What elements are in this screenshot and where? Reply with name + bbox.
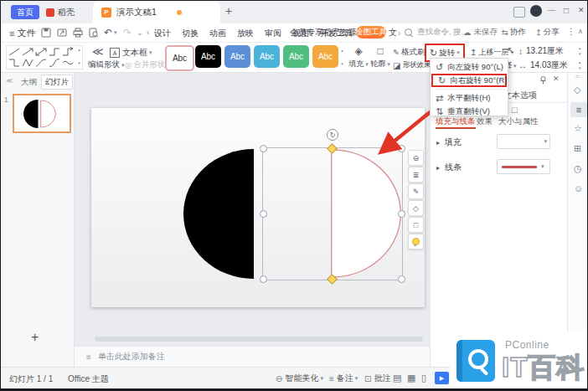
tab-text-options[interactable]: 文本选项 (503, 90, 537, 101)
float-format-button[interactable]: □ (408, 217, 424, 233)
save-icon[interactable] (41, 28, 51, 38)
horizontal-scrollbar[interactable] (95, 337, 423, 342)
s-curve-shape[interactable] (48, 58, 61, 68)
new-tab-button[interactable]: + (225, 4, 232, 18)
wave-shape[interactable] (61, 58, 75, 68)
float-layers-button[interactable]: ≣ (408, 167, 424, 183)
undo-button[interactable]: ↶▾ (104, 27, 117, 39)
save-status[interactable]: ☁未保存 (463, 27, 498, 38)
width-field[interactable]: ↔ 14.03厘米 (518, 59, 568, 71)
resize-handle-w[interactable] (260, 210, 267, 218)
close-panel-button[interactable]: ✕ (553, 75, 560, 83)
menu-item-design[interactable]: 设计 (154, 28, 171, 39)
float-style-button[interactable]: ◇ (408, 200, 424, 216)
menu-item-text-more[interactable]: 文› (389, 27, 400, 39)
resize-handle-se[interactable] (398, 275, 405, 283)
shape-gallery-scroll[interactable]: ▴ ∙ ▾ (76, 46, 82, 66)
docer-tab[interactable]: 稻壳 (46, 5, 75, 19)
format-painter-button[interactable]: ✎ 格式刷 (393, 47, 425, 58)
theme-name[interactable]: Office 主题 (68, 373, 109, 385)
style-swatch-cyan[interactable]: Abc (254, 45, 280, 68)
style-swatch-blue[interactable]: Abc (224, 45, 250, 68)
file-menu[interactable]: ≡ 文件 (9, 27, 35, 39)
menu-item-slideshow[interactable]: 放映 (237, 28, 254, 39)
redo-button[interactable]: ↷ (123, 27, 132, 39)
view-normal-button[interactable]: ▤ (393, 373, 401, 383)
collapse-ribbon-button[interactable]: ∧ (578, 28, 583, 35)
arrow-shape[interactable] (21, 47, 34, 57)
tab-outline[interactable]: 大纲 (21, 77, 37, 88)
tab-slides[interactable]: 幻灯片 (41, 75, 73, 90)
style-swatch-white[interactable]: Abc (165, 45, 194, 71)
collapse-panel-button[interactable]: ≪ (6, 77, 13, 85)
customize-toolbar-button[interactable]: ⌄ (137, 28, 143, 37)
strip-history-icon[interactable]: ◷ (574, 163, 582, 174)
black-semicircle-shape[interactable] (183, 149, 255, 279)
slide-thumbnail[interactable] (13, 94, 71, 133)
menu-item-animation[interactable]: 动画 (209, 28, 226, 39)
style-swatch-orange[interactable]: Abc (312, 45, 338, 68)
double-arrow-shape[interactable] (34, 47, 48, 57)
menu-item-transition[interactable]: 切换 (182, 28, 199, 39)
comments-button[interactable]: ⊡ 批注 (364, 373, 390, 384)
beautify-button[interactable]: ⊖ 智能美化▾ (276, 373, 323, 384)
home-tab-button[interactable]: 首页 (11, 5, 39, 19)
menu-rotate-left[interactable]: ↺ 向左旋转 90°(L) (431, 60, 508, 74)
view-sorter-button[interactable]: ▦ (407, 373, 415, 383)
line-shape[interactable] (8, 47, 21, 57)
text-box-button[interactable]: A 文本框▾ (110, 47, 152, 59)
line-section-header[interactable]: ▸ 线条 (436, 162, 462, 173)
add-slide-button[interactable]: + (31, 330, 39, 345)
width-stepper[interactable]: ▴▾ (579, 59, 581, 71)
print-icon[interactable] (73, 28, 83, 38)
menu-item-docer-res[interactable]: 稻壳资源 (323, 27, 357, 39)
maximize-button[interactable]: □ (564, 6, 569, 15)
export-icon[interactable] (57, 28, 67, 38)
strip-apps-icon[interactable]: ⊞ (574, 143, 581, 154)
strip-sticker-icon[interactable]: ☺ (574, 183, 583, 193)
elbow-arrow-shape[interactable] (61, 47, 75, 57)
strip-style-icon[interactable]: ◇ (574, 85, 580, 95)
curve-shape[interactable] (34, 58, 48, 68)
strip-properties-icon[interactable]: ≡ (570, 102, 587, 117)
notes-bar[interactable]: ≡ 单击此处添加备注 (75, 346, 430, 367)
more-menu-button[interactable]: ⋮ (567, 27, 575, 36)
close-button[interactable]: ✕ (578, 6, 585, 14)
ribbon-scroll-left[interactable]: ‹ (147, 27, 150, 37)
print-preview-icon[interactable] (89, 28, 99, 38)
line-dropdown[interactable]: ▾ (497, 159, 550, 174)
share-button[interactable]: ↥分享 (535, 27, 560, 38)
rotation-handle[interactable]: ↻ (327, 129, 338, 141)
merge-shape-button[interactable]: ◎ 合并形状▾ (125, 59, 170, 70)
float-edit-button[interactable]: ✎ (408, 183, 424, 199)
view-reading-button[interactable]: ▯ (421, 373, 426, 383)
zigzag-shape[interactable] (21, 58, 34, 68)
float-idea-button[interactable] (408, 234, 424, 250)
outline-button[interactable]: □ 轮廓▾ (369, 45, 391, 69)
notes-toggle-button[interactable]: ≡ 备注▾ (329, 373, 358, 384)
elbow-shape[interactable] (48, 47, 61, 57)
avatar[interactable] (530, 5, 542, 17)
menu-item-member[interactable]: 会员专享 (290, 27, 323, 39)
resize-handle-sw[interactable] (260, 275, 267, 283)
style-swatch-black[interactable]: Abc (195, 45, 221, 68)
selection-bounding-box[interactable] (262, 147, 403, 280)
style-swatch-green[interactable]: Abc (283, 45, 309, 68)
height-field[interactable]: ↕ 13.21厘米 (518, 45, 564, 57)
menu-flip-vertical[interactable]: ⇅ 垂直翻转(V) (431, 105, 508, 118)
style-gallery-scroll[interactable]: ▴∙▾ (339, 47, 345, 67)
resize-handle-e[interactable] (398, 210, 405, 218)
height-stepper[interactable]: ▴▾ (579, 45, 581, 57)
menu-rotate-right[interactable]: ↻ 向右旋转 90°(R) (431, 74, 507, 87)
strip-star-icon[interactable]: ☆ (574, 123, 582, 134)
menu-item-drawing-tools[interactable]: 绘图工具 (356, 26, 386, 39)
elbow-down-shape[interactable] (8, 58, 21, 68)
document-tab[interactable]: P 演示文稿1 (93, 1, 220, 23)
resize-handle-nw[interactable] (260, 145, 267, 152)
widget-icon[interactable] (513, 7, 525, 18)
fill-button[interactable]: ◈ 填充▾ (348, 45, 369, 69)
minimize-button[interactable]: — (548, 6, 555, 14)
fill-dropdown[interactable]: ▾ (497, 134, 550, 149)
menu-flip-horizontal[interactable]: ⇄ 水平翻转(H) (431, 91, 508, 105)
command-search[interactable]: 查找命令, 搜... (405, 27, 468, 38)
